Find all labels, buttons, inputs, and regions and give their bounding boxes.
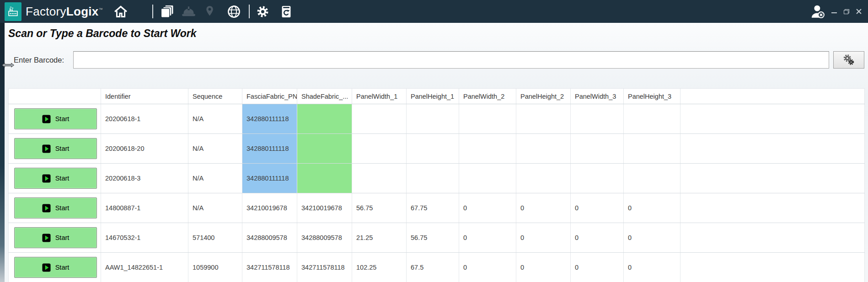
cell-start: Start (9, 134, 101, 164)
start-button[interactable]: Start (14, 108, 97, 129)
cell-panel-width-1: 56.75 (352, 193, 407, 223)
column-header-panelheight-2: PanelHeight_2 (516, 89, 571, 104)
cell-empty (680, 164, 865, 193)
column-header-panelheight-1: PanelHeight_1 (407, 89, 459, 104)
table-header-row: IdentifierSequenceFasciaFabric_PNShadeFa… (9, 89, 865, 104)
cell-panel-width-2: 0 (459, 253, 516, 282)
user-logout-button[interactable] (810, 4, 825, 19)
barcode-label: Enter Barcode: (14, 51, 64, 69)
cell-panel-height-2 (516, 134, 571, 164)
cell-fascia-fabric-pn: 34288009578 (242, 223, 297, 253)
start-button[interactable]: Start (14, 138, 97, 159)
cell-sequence: 571400 (188, 223, 242, 253)
cell-empty (680, 134, 865, 164)
minimize-button[interactable] (831, 10, 837, 13)
home-button[interactable] (114, 5, 128, 18)
gears-icon (842, 53, 856, 66)
play-icon (42, 144, 51, 153)
cell-shade-fabric (297, 164, 352, 193)
cell-start: Start (9, 253, 101, 282)
close-button[interactable] (856, 9, 862, 14)
cell-empty (680, 104, 865, 134)
toolbar-divider (152, 5, 153, 18)
cell-panel-width-3 (571, 164, 624, 193)
cell-panel-width-3 (571, 104, 624, 134)
start-button[interactable]: Start (14, 227, 97, 248)
cell-shade-fabric: 34288009578 (297, 223, 352, 253)
column-header-empty (680, 89, 865, 104)
cell-start: Start (9, 164, 101, 193)
cell-shade-fabric (297, 104, 352, 134)
table-row: Start20200618-20N/A342880111118 (9, 134, 865, 164)
brand-factory: Factory (26, 5, 66, 18)
cell-fascia-fabric-pn: 342880111118 (242, 134, 297, 164)
play-icon (42, 234, 51, 242)
documents-button[interactable] (161, 5, 175, 19)
brand-name: FactoryLogix™ (26, 5, 103, 19)
page-title: Scan or Type a Barcode to Start Work (8, 27, 197, 40)
cell-panel-height-1 (407, 104, 459, 134)
cell-panel-height-1 (407, 164, 459, 193)
work-order-grid: IdentifierSequenceFasciaFabric_PNShadeFa… (8, 88, 864, 282)
restore-button[interactable] (844, 9, 849, 14)
start-button[interactable]: Start (14, 257, 97, 278)
user-logout-icon (810, 4, 825, 19)
start-button[interactable]: Start (14, 197, 97, 218)
cell-panel-width-2: 0 (459, 193, 516, 223)
cell-panel-width-1 (352, 104, 407, 134)
column-header-panelwidth-3: PanelWidth_3 (571, 89, 624, 104)
factorylogix-logo (5, 2, 21, 21)
column-header-fasciafabric-pn: FasciaFabric_PN (242, 89, 297, 104)
start-button[interactable]: Start (14, 168, 97, 189)
work-order-table-body: Start20200618-1N/A342880111118Start20200… (9, 104, 865, 282)
cell-panel-width-1 (352, 164, 407, 193)
cell-panel-height-3 (624, 164, 680, 193)
cell-identifier: 14670532-1 (101, 223, 188, 253)
window-controls (831, 9, 862, 14)
location-pin-icon (205, 5, 214, 18)
cell-shade-fabric: 34210019678 (297, 193, 352, 223)
globe-button[interactable] (227, 5, 241, 18)
cell-fascia-fabric-pn: 34210019678 (242, 193, 297, 223)
barcode-settings-button[interactable] (833, 51, 864, 69)
documents-icon (161, 5, 175, 19)
cell-panel-height-3: 0 (624, 193, 680, 223)
cell-panel-height-3: 0 (624, 253, 680, 282)
cell-panel-width-3: 0 (571, 253, 624, 282)
cell-empty (680, 223, 865, 253)
cell-panel-height-3 (624, 134, 680, 164)
cell-start: Start (9, 223, 101, 253)
main-content: Scan or Type a Barcode to Start Work Ent… (0, 23, 868, 282)
cell-panel-width-3 (571, 134, 624, 164)
cell-fascia-fabric-pn: 342880111118 (242, 104, 297, 134)
cell-panel-width-2: 0 (459, 223, 516, 253)
device-sync-icon (281, 5, 291, 18)
column-header-panelwidth-2: PanelWidth_2 (459, 89, 516, 104)
cell-sequence: N/A (188, 193, 242, 223)
cell-fascia-fabric-pn: 342711578118 (242, 253, 297, 282)
brand-trademark: ™ (99, 7, 103, 12)
cell-panel-height-2 (516, 164, 571, 193)
table-row: Start20200618-3N/A342880111118 (9, 164, 865, 193)
cell-panel-height-2: 0 (516, 193, 571, 223)
home-icon (114, 5, 128, 18)
cell-panel-width-1: 21.25 (352, 223, 407, 253)
cell-identifier: 20200618-1 (101, 104, 188, 134)
barcode-input[interactable] (73, 51, 829, 69)
settings-button[interactable] (257, 5, 269, 18)
cell-panel-height-2: 0 (516, 253, 571, 282)
title-bar: FactoryLogix™ (0, 0, 868, 23)
cell-panel-height-1 (407, 134, 459, 164)
cell-panel-width-3: 0 (571, 223, 624, 253)
cell-panel-height-1: 56.75 (407, 223, 459, 253)
minimize-icon (831, 12, 837, 13)
cell-panel-height-2 (516, 104, 571, 134)
play-icon (42, 115, 51, 123)
close-icon (856, 9, 862, 14)
play-icon (42, 204, 51, 213)
device-sync-button[interactable] (281, 5, 291, 18)
cell-panel-height-1: 67.5 (407, 253, 459, 282)
table-row: Start20200618-1N/A342880111118 (9, 104, 865, 134)
cell-panel-width-1 (352, 134, 407, 164)
app-window: FactoryLogix™ (0, 0, 868, 282)
